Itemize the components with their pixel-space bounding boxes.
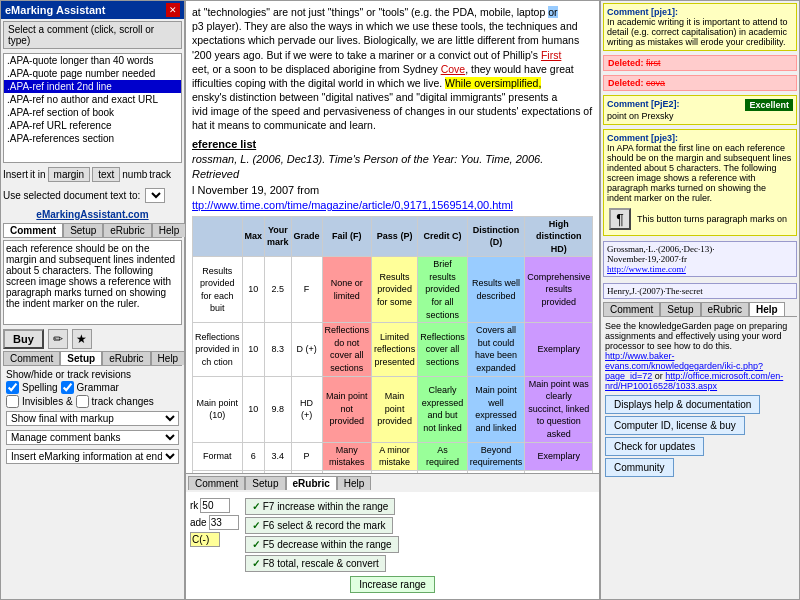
center-panel: at "technologies" are not just "things" … <box>185 0 600 600</box>
deleted-1-label: Deleted: <box>608 58 644 68</box>
site-link[interactable]: eMarkingAssistant.com <box>33 208 151 221</box>
f8-button[interactable]: ✓ F8 total, rescale & convert <box>245 555 386 572</box>
para-button[interactable]: ¶ <box>609 208 631 230</box>
spelling-checkbox[interactable] <box>6 381 19 394</box>
right-bottom-section: See the knowledgeGarden page on preparin… <box>601 317 799 599</box>
help-doc-button[interactable]: Displays help & documentation <box>605 395 760 414</box>
center-bottom-grid: rk ade ✓ F7 i <box>190 496 595 574</box>
btab-comment[interactable]: Comment <box>3 351 60 365</box>
grade-table: Max Your mark Grade Fail (F) Pass (P) Cr… <box>192 216 593 474</box>
ctab-setup[interactable]: Setup <box>245 476 285 490</box>
track-label: track <box>149 169 171 180</box>
comment-list-item[interactable]: .APA-ref indent 2nd line <box>4 80 181 93</box>
doc-text-6: ifficulties coping with the digital worl… <box>192 77 541 89</box>
grade-val-row <box>190 532 239 547</box>
para-label: This button turns paragraph marks on <box>637 214 787 224</box>
comment-pje2: Comment [PjE2]: Excellent point on Prexs… <box>603 95 797 125</box>
excellent-badge: Excellent <box>745 99 793 111</box>
comment-list-item[interactable]: .APA-ref URL reference <box>4 119 181 132</box>
spelling-row: Spelling Grammar <box>6 381 179 394</box>
grammar-checkbox[interactable] <box>61 381 74 394</box>
left-panel: eMarking Assistant ✕ Select a comment (c… <box>0 0 185 600</box>
it-in-label: it in <box>30 169 46 180</box>
grade-val-input[interactable] <box>190 532 220 547</box>
comment-list-item[interactable]: .APA-quote longer than 40 words <box>4 54 181 67</box>
margin-button[interactable]: margin <box>48 167 91 182</box>
table-row: Main point (10)109.8HD (+)Main point not… <box>193 376 593 442</box>
left-tabs-row: Comment Setup eRubric Help <box>3 223 182 238</box>
tab-setup[interactable]: Setup <box>63 223 103 237</box>
right-panel: Comment [pje1]: In academic writing it i… <box>600 0 800 600</box>
comment-list-item[interactable]: .APA-ref section of book <box>4 106 181 119</box>
deleted-2-label: Deleted: <box>608 78 644 88</box>
ctab-help[interactable]: Help <box>337 476 372 490</box>
doc-text-2: p3 player). They are also the ways in wh… <box>192 20 578 32</box>
knowledge-text: See the knowledgeGarden page on preparin… <box>603 319 797 393</box>
doc-text-5: eet, or a soon to be displaced aborigine… <box>192 63 574 75</box>
community-button[interactable]: Community <box>605 458 674 477</box>
ref-box-2: Henry,J.·(2007)·The·secret <box>603 283 797 299</box>
text-button[interactable]: text <box>92 167 120 182</box>
doc-text-4: '200 years ago. But if we were to take a… <box>192 49 561 61</box>
tab-help[interactable]: Help <box>152 223 187 237</box>
comment-list-item[interactable]: .APA-ref no author and exact URL <box>4 93 181 106</box>
rk-input[interactable] <box>200 498 230 513</box>
center-bottom-tabs-row: Comment Setup eRubric Help <box>186 474 599 492</box>
show-hide-label: Show/hide or track revisions <box>6 369 131 380</box>
rk-label: rk <box>190 500 198 511</box>
btab-setup[interactable]: Setup <box>60 351 102 365</box>
rtab-comment[interactable]: Comment <box>603 302 660 316</box>
col-credit: Credit C) <box>418 216 468 257</box>
rtab-help[interactable]: Help <box>749 302 785 316</box>
insert-label: Insert <box>3 169 28 180</box>
doc-text-1: at "technologies" are not just "things" … <box>192 6 558 18</box>
ref-box-1: Grossman,·L.·(2006,·Dec·13)·November·19,… <box>603 241 797 277</box>
buy-button[interactable]: Buy <box>3 329 44 349</box>
tab-erubric[interactable]: eRubric <box>103 223 151 237</box>
center-bottom-content: rk ade ✓ F7 i <box>186 492 599 599</box>
ref-title: eference list <box>192 138 256 150</box>
edit-icon[interactable]: ✏ <box>48 329 68 349</box>
show-final-dropdown[interactable]: Show final with markup <box>6 411 179 426</box>
btab-help[interactable]: Help <box>151 351 186 365</box>
ref-url[interactable]: ttp://www.time.com/time/magazine/article… <box>192 199 513 211</box>
check-updates-button[interactable]: Check for updates <box>605 437 704 456</box>
doc-text-3: xpectations which pervade our lives. Bio… <box>192 34 579 46</box>
center-bottom-tabs: Comment Setup eRubric Help rk ade <box>186 473 599 599</box>
f5-check-icon: ✓ <box>252 539 260 550</box>
comment-list[interactable]: .APA-quote longer than 40 words.APA-quot… <box>3 53 182 163</box>
btab-erubric[interactable]: eRubric <box>102 351 150 365</box>
rtab-setup[interactable]: Setup <box>660 302 700 316</box>
computer-id-button[interactable]: Computer ID, license & buy <box>605 416 745 435</box>
col-max: Max <box>242 216 265 257</box>
rk-row: rk <box>190 498 239 513</box>
ctab-comment[interactable]: Comment <box>188 476 245 490</box>
deleted-1-text: first <box>646 58 661 68</box>
f6-label: F6 select & record the mark <box>263 520 386 531</box>
f5-button[interactable]: ✓ F5 decrease within the range <box>245 536 399 553</box>
close-button[interactable]: ✕ <box>166 3 180 17</box>
insert-row: Insert it in margin text numb track <box>3 167 182 182</box>
deleted-2-text: cova <box>646 78 665 88</box>
ref-box-1-text: Grossman,·L.·(2006,·Dec·13)·November·19,… <box>607 244 793 274</box>
comment-list-item[interactable]: .APA-references section <box>4 132 181 145</box>
increase-range-button[interactable]: Increase range <box>350 576 435 593</box>
tab-comment[interactable]: Comment <box>3 223 63 237</box>
f6-check-icon: ✓ <box>252 520 260 531</box>
ade-label: ade <box>190 517 207 528</box>
numb-label: numb <box>122 169 147 180</box>
f6-button[interactable]: ✓ F6 select & record the mark <box>245 517 393 534</box>
manage-comment-dropdown[interactable]: Manage comment banks <box>6 430 179 445</box>
f7-button[interactable]: ✓ F7 increase within the range <box>245 498 396 515</box>
invisibles-checkbox[interactable] <box>6 395 19 408</box>
comment-list-item[interactable]: .APA-quote page number needed <box>4 67 181 80</box>
f7-check-icon: ✓ <box>252 501 260 512</box>
use-selected-dropdown[interactable] <box>145 188 165 203</box>
rtab-erubric[interactable]: eRubric <box>701 302 749 316</box>
track-changes-checkbox[interactable] <box>76 395 89 408</box>
star-icon[interactable]: ★ <box>72 329 92 349</box>
col-mark: Your mark <box>265 216 292 257</box>
ctab-erubric[interactable]: eRubric <box>286 476 337 490</box>
insert-info-dropdown[interactable]: Insert eMarking information at end <box>6 449 179 464</box>
ade-input[interactable] <box>209 515 239 530</box>
